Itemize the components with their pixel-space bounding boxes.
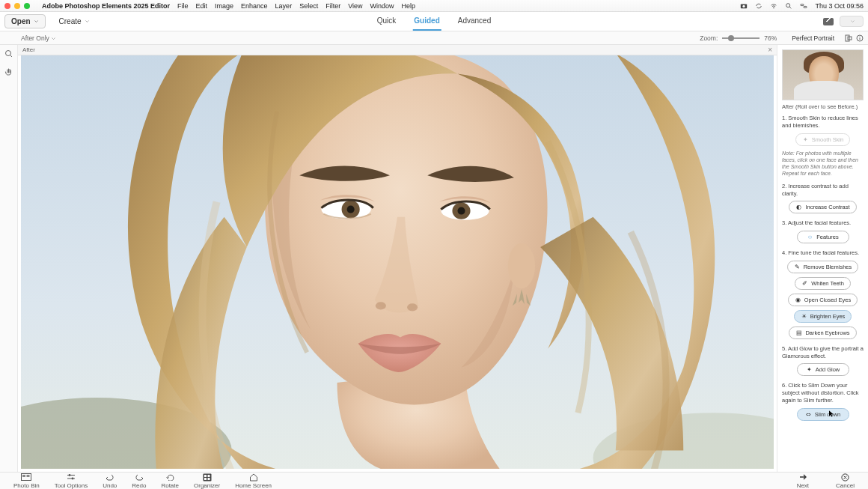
features-button[interactable]: ☺ Features (797, 231, 849, 243)
main-toolbar: Open Create Quick Guided Advanced (0, 12, 868, 31)
svg-point-3 (786, 3, 790, 7)
organizer-button[interactable]: Organizer (186, 473, 227, 489)
menu-file[interactable]: File (177, 2, 189, 10)
open-closed-eyes-button[interactable]: ◉ Open Closed Eyes (788, 294, 858, 306)
zoom-slider[interactable] (722, 37, 760, 39)
view-mode-label: After Only (21, 34, 49, 42)
menu-help[interactable]: Help (402, 2, 416, 10)
menu-select[interactable]: Select (299, 2, 318, 10)
menu-edit[interactable]: Edit (196, 2, 208, 10)
fullscreen-window-icon[interactable] (24, 3, 30, 9)
tab-quick[interactable]: Quick (376, 12, 398, 31)
camera-icon[interactable] (740, 2, 748, 10)
svg-point-11 (859, 36, 860, 37)
mailbox-icon[interactable] (823, 18, 834, 25)
canvas-tab-label: After (22, 46, 35, 53)
wifi-icon[interactable] (770, 2, 777, 10)
close-icon[interactable]: × (768, 46, 772, 54)
photo-bin-label: Photo Bin (13, 482, 40, 489)
features-label: Features (816, 234, 839, 240)
next-label: Next (797, 482, 809, 489)
svg-rect-28 (27, 475, 30, 477)
mac-menu-bar: Adobe Photoshop Elements 2025 Editor Fil… (0, 0, 868, 12)
canvas-image[interactable] (21, 55, 774, 469)
smooth-skin-button[interactable]: ✦ Smooth Skin (795, 133, 851, 146)
brighten-eyes-label: Brighten Eyes (810, 313, 846, 320)
smooth-skin-label: Smooth Skin (812, 136, 844, 143)
hand-tool-icon[interactable] (4, 67, 13, 76)
create-button[interactable]: Create (53, 15, 96, 28)
sync-icon[interactable] (755, 2, 762, 10)
cancel-label: Cancel (836, 482, 855, 489)
svg-rect-27 (22, 475, 25, 477)
glow-icon: ✦ (806, 366, 813, 373)
slim-down-button[interactable]: ⇔ Slim down (797, 408, 849, 421)
step-4-text: 4. Fine tune the facial features. (782, 249, 864, 257)
step-1-text: 1. Smooth Skin to reduce lines and blemi… (782, 115, 864, 130)
chevron-down-icon (85, 19, 90, 24)
photo-bin-button[interactable]: Photo Bin (6, 473, 47, 489)
menu-filter[interactable]: Filter (326, 2, 340, 10)
remove-blemishes-button[interactable]: ✎ Remove Blemishes (787, 261, 859, 273)
add-glow-button[interactable]: ✦ Add Glow (797, 363, 849, 376)
photo-bin-icon (21, 473, 31, 482)
next-button[interactable]: Next (789, 473, 816, 489)
svg-point-12 (5, 51, 10, 56)
brush-icon: ✐ (801, 280, 808, 287)
cancel-button[interactable]: Cancel (828, 473, 862, 489)
zoom-tool-icon[interactable] (4, 49, 13, 58)
menu-window[interactable]: Window (370, 2, 394, 10)
search-icon[interactable] (785, 2, 792, 10)
create-button-label: Create (59, 17, 82, 25)
zoom-value: 76% (764, 34, 777, 42)
canvas-tab-header: After × (18, 45, 777, 55)
window-controls[interactable] (4, 3, 30, 9)
menu-image[interactable]: Image (215, 2, 233, 10)
menu-layer[interactable]: Layer (275, 2, 293, 10)
info-icon[interactable] (856, 34, 864, 42)
tool-options-label: Tool Options (55, 482, 88, 489)
svg-point-30 (69, 474, 71, 476)
svg-point-24 (407, 303, 418, 311)
svg-point-25 (508, 243, 535, 288)
orientation-icon[interactable] (845, 34, 852, 42)
minimize-window-icon[interactable] (14, 3, 20, 9)
close-window-icon[interactable] (4, 3, 10, 9)
increase-contrast-button[interactable]: ◐ Increase Contrast (789, 201, 856, 213)
control-center-icon[interactable] (800, 2, 807, 10)
view-mode-dropdown[interactable]: After Only (21, 34, 56, 42)
svg-rect-35 (207, 475, 210, 477)
svg-point-19 (347, 206, 355, 213)
eye-icon: ◉ (795, 297, 801, 303)
share-button[interactable] (840, 16, 864, 27)
portrait-photo (21, 55, 774, 469)
menu-view[interactable]: View (348, 2, 362, 10)
undo-icon (105, 473, 115, 482)
brighten-eyes-button[interactable]: ☀ Brighten Eyes (794, 310, 852, 323)
increase-contrast-label: Increase Contrast (805, 204, 849, 210)
open-button[interactable]: Open (4, 14, 46, 28)
tab-guided[interactable]: Guided (412, 12, 441, 31)
darken-eyebrows-button[interactable]: ▤ Darken Eyebrows (789, 326, 856, 339)
remove-blemishes-label: Remove Blemishes (804, 264, 852, 270)
svg-rect-6 (804, 6, 807, 7)
undo-label: Undo (103, 482, 117, 489)
canvas-area: After × (18, 45, 777, 472)
menu-enhance[interactable]: Enhance (241, 2, 268, 10)
preview-thumbnail[interactable] (782, 49, 864, 100)
sliders-icon: ▤ (795, 329, 802, 336)
redo-button[interactable]: Redo (124, 473, 153, 489)
organizer-label: Organizer (194, 482, 220, 489)
step-1-note: Note: For photos with multiple faces, cl… (782, 150, 864, 177)
rotate-button[interactable]: Rotate (153, 473, 186, 489)
preview-caption: After (Roll over to see Before.) (782, 103, 864, 110)
home-screen-button[interactable]: Home Screen (227, 473, 279, 489)
sub-toolbar: After Only Zoom: 76% Perfect Portrait (0, 31, 868, 45)
home-icon (248, 473, 259, 482)
step-3-text: 3. Adjust the facial features. (782, 219, 864, 227)
undo-button[interactable]: Undo (95, 473, 124, 489)
clock[interactable]: Thu 3 Oct 09:56 (815, 2, 864, 10)
tab-advanced[interactable]: Advanced (456, 12, 492, 31)
tool-options-button[interactable]: Tool Options (47, 473, 95, 489)
whiten-teeth-button[interactable]: ✐ Whiten Teeth (795, 277, 851, 290)
